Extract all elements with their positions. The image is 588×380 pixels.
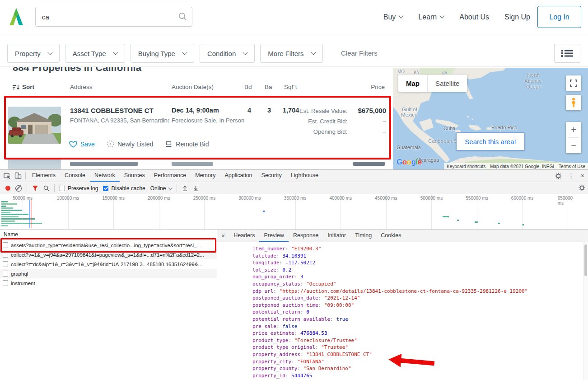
filter-button-property[interactable]: Property [7, 44, 60, 63]
devtools-tab-console[interactable]: Console [60, 170, 90, 182]
devtools-tab-sources[interactable]: Sources [120, 170, 149, 182]
devtools-tab-application[interactable]: Application [220, 170, 257, 182]
site-header: BuyLearnAbout UsSign Up Log In [0, 0, 588, 34]
column-address: Address [70, 84, 93, 90]
export-har-icon[interactable] [193, 185, 199, 191]
zoom-out-button[interactable]: − [566, 138, 581, 153]
column-price: Price [371, 84, 385, 90]
sort-control[interactable]: Sort [13, 84, 34, 90]
save-button[interactable]: Save [69, 141, 95, 148]
network-overview-timeline[interactable]: 50000 ms100000 ms150000 ms200000 ms25000… [0, 194, 588, 230]
chevron-down-icon [168, 186, 172, 189]
divider [27, 184, 27, 192]
throttling-select[interactable]: Online [150, 185, 172, 192]
house-photo-image [8, 107, 61, 144]
detail-tab-timing[interactable]: Timing [350, 230, 376, 242]
devtools-tab-security[interactable]: Security [257, 170, 286, 182]
request-name: collect?t=dc&aip=1&_r=3&v=1&_v=j94&tid=U… [11, 262, 202, 267]
network-search-icon[interactable] [43, 185, 49, 191]
scrollbar[interactable] [583, 242, 588, 380]
devtools-tab-elements[interactable]: Elements [28, 170, 60, 182]
map-label-mexico: Mexico [401, 112, 417, 117]
nav-item-buy[interactable]: Buy [383, 13, 403, 21]
nav-item-sign-up[interactable]: Sign Up [504, 13, 530, 21]
auction-logo-icon [6, 7, 26, 27]
inspect-element-icon[interactable] [2, 171, 13, 181]
json-value: "09:00:00" [324, 302, 354, 308]
price-label: Opening Bid: [313, 128, 347, 135]
devtools-tab-lighthouse[interactable]: Lighthouse [286, 170, 323, 182]
detail-tab-headers[interactable]: Headers [229, 230, 259, 242]
list-view-button[interactable] [554, 44, 580, 63]
price-rows: Est. Resale Value:$675,000Est. Credit Bi… [299, 107, 386, 135]
login-button[interactable]: Log In [537, 6, 581, 28]
price-label: Est. Credit Bid: [308, 118, 347, 125]
devtools-tab-network[interactable]: Network [90, 170, 120, 182]
network-request-row[interactable]: assets?auction_type=residential&use_resi… [0, 240, 217, 250]
nav-item-learn[interactable]: Learn [418, 13, 444, 21]
next-property-photo-partial[interactable] [8, 159, 61, 169]
zoom-in-button[interactable]: + [566, 122, 581, 137]
preserve-log-checkbox[interactable] [60, 186, 65, 191]
auction-logo[interactable] [6, 7, 26, 27]
clear-filters-button[interactable]: Clear Filters [341, 44, 378, 63]
filter-button-buying-type[interactable]: Buying Type [131, 44, 194, 63]
filter-funnel-icon[interactable] [32, 185, 38, 191]
json-key: pre_sale [252, 324, 276, 329]
keyboard-shortcuts-link[interactable]: Keyboard shortcuts [447, 164, 485, 169]
nav-item-label: Sign Up [504, 13, 530, 21]
detail-tab-initiator[interactable]: Initiator [323, 230, 350, 242]
google-logo[interactable]: Google [397, 158, 422, 167]
network-request-row[interactable]: instrument [0, 278, 217, 288]
name-column-header[interactable]: Name [0, 230, 217, 240]
remote-bid-badge[interactable]: Remote Bid [165, 141, 209, 148]
search-icon[interactable] [178, 12, 187, 21]
timeline-mark [263, 211, 265, 212]
preserve-log-label: Preserve log [68, 185, 98, 192]
property-address[interactable]: 13841 COBBLESTONE CT [70, 107, 154, 114]
timeline-mark [498, 223, 500, 224]
network-settings-gear-icon[interactable] [579, 184, 585, 191]
property-card[interactable]: 13841 COBBLESTONE CT FONTANA, CA 92335, … [6, 97, 390, 156]
property-photo[interactable] [8, 107, 61, 144]
newly-listed-label: Newly Listed [117, 141, 153, 148]
detail-tab-cookies[interactable]: Cookies [376, 230, 406, 242]
json-value: 5444765 [291, 373, 312, 379]
map-button[interactable]: Map [398, 75, 427, 92]
device-toolbar-icon[interactable] [13, 171, 23, 181]
column-sqft: SqFt [284, 84, 297, 90]
network-request-row[interactable]: collect?v=1&_v=j94&a=297109841&t=pagevie… [0, 250, 217, 259]
filter-button-more-filters[interactable]: More Filters [260, 44, 322, 63]
search-input[interactable] [35, 7, 192, 27]
disable-cache-checkbox[interactable] [103, 186, 108, 191]
network-request-row[interactable]: graphql [0, 269, 217, 278]
fullscreen-button[interactable] [566, 75, 581, 91]
nav-item-about-us[interactable]: About Us [459, 13, 489, 21]
record-network-log-button[interactable] [5, 186, 10, 191]
import-har-icon[interactable] [182, 185, 188, 191]
detail-tab-preview[interactable]: Preview [259, 230, 288, 242]
search-this-area-button[interactable]: Search this area! [456, 132, 525, 150]
settings-gear-icon[interactable] [555, 173, 562, 179]
close-detail-icon[interactable]: × [217, 232, 229, 239]
map-panel[interactable]: MOKYVANorthAtlanticOceanGulf ofMexicoCub… [393, 68, 588, 169]
results-heading: 884 Properties in California [13, 66, 141, 74]
filter-button-asset-type[interactable]: Asset Type [65, 44, 125, 63]
devtools-tabbar: ElementsConsoleNetworkSourcesPerformance… [0, 170, 588, 182]
timeline-tick-label: 150000 ms [102, 196, 124, 201]
kebab-menu-icon[interactable]: ⋮ [568, 173, 574, 179]
json-property: property_id: 5444765 [252, 372, 583, 380]
json-value: 3 [300, 274, 303, 280]
network-request-row[interactable]: collect?t=dc&aip=1&_r=3&v=1&_v=j94&tid=U… [0, 259, 217, 269]
detail-tab-response[interactable]: Response [289, 230, 323, 242]
filter-button-condition[interactable]: Condition [200, 44, 255, 63]
satellite-button[interactable]: Satellite [427, 75, 467, 92]
devtools-tab-performance[interactable]: Performance [149, 170, 191, 182]
clear-network-log-icon[interactable] [15, 185, 22, 192]
scrollbar-thumb[interactable] [584, 244, 587, 276]
terms-of-use-link[interactable]: Terms of Use [559, 164, 585, 169]
pegman-button[interactable] [566, 95, 581, 110]
waterfall-overview-bars [1, 200, 55, 228]
devtools-tab-memory[interactable]: Memory [191, 170, 220, 182]
close-devtools-icon[interactable]: × [581, 173, 584, 179]
